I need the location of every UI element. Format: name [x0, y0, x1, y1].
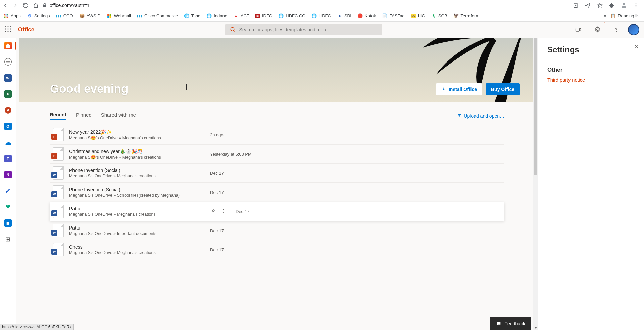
greeting-text: Good evening — [50, 82, 128, 95]
app-launcher-icon[interactable] — [5, 26, 13, 34]
file-date: Yesterday at 6:08 PM — [210, 152, 252, 157]
bookmark-act[interactable]: ▲ACT — [233, 13, 249, 19]
brand-label[interactable]: Office — [18, 26, 34, 33]
rail-family[interactable]: ❤ — [3, 202, 13, 212]
main-content: 𓅯 𓅯 Good evening Install Office Buy Offi… — [16, 38, 538, 330]
bookmark-idfc[interactable]: IDIDFC — [255, 13, 272, 18]
bookmark-aws[interactable]: 📦AWS D — [79, 13, 101, 19]
pin-icon[interactable] — [210, 209, 215, 214]
rail-create[interactable] — [3, 57, 13, 67]
file-title: Christmas and new year🎄⛄🎉🎊 — [69, 149, 210, 154]
file-tabs: Recent Pinned Shared with me Upload and … — [16, 102, 538, 123]
file-date: Dec 17 — [210, 228, 224, 233]
rail-powerpoint[interactable]: P — [3, 106, 13, 115]
bookmark-terraform[interactable]: 🦅Terraform — [453, 13, 480, 19]
buy-office-button[interactable]: Buy Office — [486, 83, 520, 95]
menu-icon[interactable] — [633, 2, 639, 9]
bookmark-tshq[interactable]: 🌐Tshq — [184, 13, 200, 19]
svg-point-24 — [5, 31, 6, 32]
svg-rect-28 — [576, 28, 580, 31]
scroll-down-arrow[interactable]: ▾ — [533, 325, 538, 330]
rail-teams[interactable]: T — [3, 154, 13, 163]
bookmark-scb[interactable]: §SCB — [431, 13, 447, 19]
bookmark-hdfc[interactable]: 🌐HDFC — [311, 13, 331, 19]
file-type-icon: W — [53, 243, 64, 256]
file-row[interactable]: WPhone Invention (Social)Meghana S's One… — [50, 183, 504, 202]
rail-all-apps[interactable]: ⊞ — [3, 235, 13, 244]
send-icon[interactable] — [584, 2, 591, 9]
third-party-notice-link[interactable]: Third party notice — [547, 77, 635, 83]
forward-icon[interactable] — [12, 2, 19, 9]
tab-recent[interactable]: Recent — [50, 112, 66, 120]
globe-icon: 🌐 — [311, 13, 317, 19]
back-icon[interactable] — [2, 2, 9, 9]
scrollbar-thumb[interactable] — [534, 38, 537, 175]
file-row[interactable]: WPhone Invention (Social)Meghana S's One… — [50, 164, 504, 183]
file-row[interactable]: WChessMeghana S's OneDrive » Meghana's c… — [50, 240, 504, 259]
terraform-icon: 🦅 — [453, 13, 459, 19]
file-title: Phone Invention (Social) — [69, 187, 210, 192]
tab-pinned[interactable]: Pinned — [76, 112, 92, 120]
settings-button[interactable] — [590, 22, 605, 37]
svg-point-23 — [10, 28, 11, 29]
bookmark-kotak[interactable]: 🔴Kotak — [357, 13, 376, 19]
install-office-button[interactable]: Install Office — [436, 83, 482, 95]
account-avatar[interactable] — [628, 24, 639, 35]
feedback-button[interactable]: Feedback — [490, 317, 531, 330]
meet-now-icon[interactable] — [573, 24, 584, 35]
search-box[interactable] — [225, 24, 382, 35]
ms-icon — [107, 13, 112, 19]
bookmark-sbi[interactable]: ●SBI — [337, 13, 351, 19]
extensions-icon[interactable] — [608, 2, 615, 9]
address-bar[interactable]: office.com/?auth=1 — [42, 3, 89, 8]
more-icon[interactable] — [221, 209, 226, 214]
bookmark-fastag[interactable]: 📄FASTag — [382, 13, 405, 19]
rail-word[interactable]: W — [3, 73, 13, 83]
file-list: PNew year 2022🎉✨Meghana S😍's OneDrive » … — [16, 123, 538, 259]
install-app-icon[interactable] — [572, 2, 579, 9]
bookmark-hdfc-cc[interactable]: 🌐HDFC CC — [278, 13, 305, 19]
rail-home[interactable] — [3, 41, 13, 50]
file-row[interactable]: PChristmas and new year🎄⛄🎉🎊Meghana S😍's … — [50, 145, 504, 164]
close-settings-button[interactable]: ✕ — [634, 44, 639, 50]
scrollbar[interactable]: ▾ — [533, 38, 538, 330]
rail-onedrive[interactable]: ☁ — [3, 138, 13, 147]
help-icon[interactable] — [611, 24, 622, 35]
reload-icon[interactable] — [22, 2, 29, 9]
home-icon[interactable] — [32, 2, 39, 9]
bookmarks-overflow[interactable]: » — [604, 13, 606, 18]
fastag-icon: 📄 — [382, 13, 387, 19]
bookmark-settings[interactable]: ⚙Settings — [27, 13, 50, 19]
file-date: Dec 17 — [236, 209, 249, 214]
file-date: Dec 17 — [210, 190, 224, 195]
file-path: Meghana S's OneDrive » School files(crea… — [69, 193, 210, 198]
reading-list-icon: 📋 — [610, 13, 616, 19]
bookmark-apps[interactable]: Apps — [3, 13, 21, 19]
rail-store[interactable]: ◼ — [3, 218, 13, 228]
star-icon[interactable] — [596, 2, 603, 9]
rail-outlook[interactable]: O — [3, 122, 13, 131]
svg-rect-13 — [7, 17, 8, 18]
bookmark-webmail[interactable]: Webmail — [107, 13, 131, 19]
search-input[interactable] — [239, 27, 378, 32]
upload-link[interactable]: Upload and open… — [457, 113, 504, 119]
plus-icon — [4, 58, 12, 66]
rail-onenote[interactable]: N — [3, 170, 13, 179]
file-path: Meghana S's OneDrive » Meghana's creatio… — [69, 212, 210, 217]
file-path: Meghana S's OneDrive » Meghana's creatio… — [69, 174, 210, 178]
file-row[interactable]: WPattuMeghana S's OneDrive » Important d… — [50, 221, 504, 240]
bird-icon: 𓅯 — [184, 81, 187, 93]
file-row[interactable]: PNew year 2022🎉✨Meghana S😍's OneDrive » … — [50, 125, 504, 145]
rail-excel[interactable]: X — [3, 89, 13, 99]
svg-point-2 — [636, 3, 637, 4]
reading-list-button[interactable]: 📋Reading list — [610, 13, 641, 19]
bookmark-cco[interactable]: ▮▮▮CCO — [56, 13, 73, 19]
tab-shared[interactable]: Shared with me — [101, 112, 136, 120]
file-type-icon: W — [53, 224, 64, 237]
file-row[interactable]: WPattuMeghana S's OneDrive » Meghana's c… — [50, 202, 504, 221]
bookmark-cisco-commerce[interactable]: ▮▮▮Cisco Commerce — [137, 13, 178, 19]
profile-icon[interactable] — [621, 2, 627, 9]
bookmark-lic[interactable]: LICLIC — [411, 13, 425, 18]
bookmark-indane[interactable]: 🌐Indane — [206, 13, 227, 19]
rail-todo[interactable]: ✔ — [3, 186, 13, 196]
